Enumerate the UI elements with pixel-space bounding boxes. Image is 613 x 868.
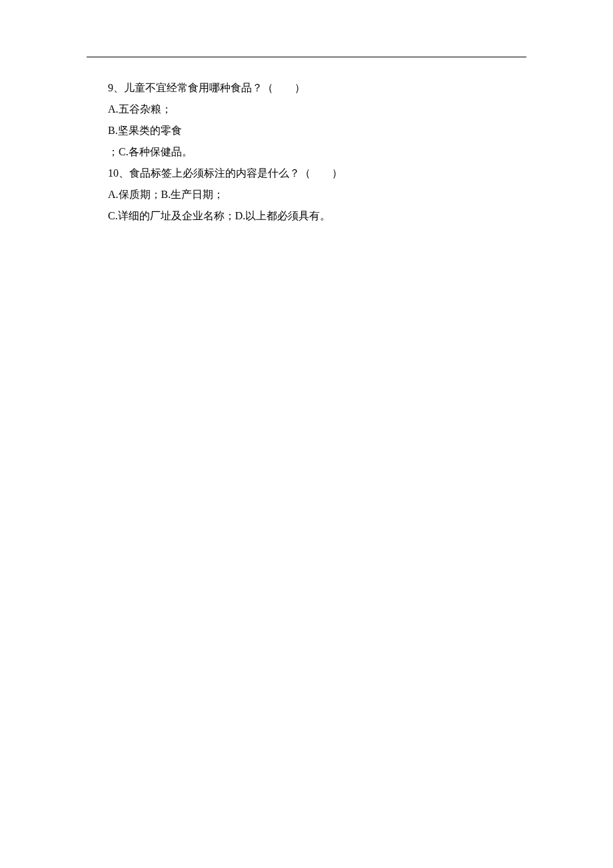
question-9-option-a: A.五谷杂粮；	[108, 99, 526, 120]
question-9-stem: 9、儿童不宜经常食用哪种食品？（ ）	[108, 77, 526, 99]
question-10-options-line2: C.详细的厂址及企业名称；D.以上都必须具有。	[108, 205, 526, 227]
question-9-option-b: B.坚果类的零食	[108, 120, 526, 141]
question-text: 食品标签上必须标注的内容是什么？（ ）	[129, 167, 342, 179]
question-10-stem: 10、食品标签上必须标注的内容是什么？（ ）	[108, 163, 526, 184]
page-container: 9、儿童不宜经常食用哪种食品？（ ） A.五谷杂粮； B.坚果类的零食 ；C.各…	[0, 0, 613, 227]
question-10-options-line1: A.保质期；B.生产日期；	[108, 184, 526, 205]
question-text: 儿童不宜经常食用哪种食品？（ ）	[124, 82, 305, 93]
question-9-option-c: ；C.各种保健品。	[108, 141, 526, 163]
question-number: 9、	[108, 82, 124, 93]
question-number: 10、	[108, 167, 129, 179]
header-divider	[87, 57, 526, 57]
document-content: 9、儿童不宜经常食用哪种食品？（ ） A.五谷杂粮； B.坚果类的零食 ；C.各…	[87, 77, 526, 227]
